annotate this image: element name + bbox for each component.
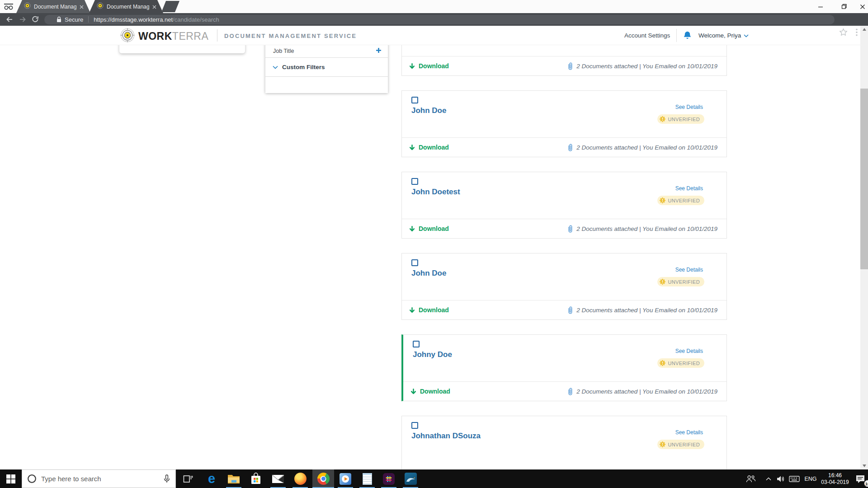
firefox-icon[interactable] — [289, 469, 311, 488]
start-button[interactable] — [5, 474, 17, 484]
notification-count-badge: 10 — [864, 480, 868, 487]
search-input[interactable] — [41, 475, 164, 483]
paperclip-icon — [569, 388, 572, 395]
lock-icon — [57, 16, 61, 23]
status-label: UNVERIFIED — [668, 361, 700, 366]
url-address-bar[interactable]: Secure https://dmsstage.workterra.net/ca… — [44, 15, 835, 24]
tray-chevron-up-icon[interactable] — [763, 469, 774, 488]
forward-icon[interactable] — [19, 16, 27, 25]
window-minimize-button[interactable] — [811, 0, 830, 13]
microphone-icon[interactable] — [164, 474, 170, 483]
window-close-button[interactable] — [853, 0, 868, 13]
touch-keyboard-icon[interactable] — [788, 469, 801, 488]
media-player-icon[interactable] — [335, 469, 356, 488]
slack-icon[interactable] — [378, 469, 400, 488]
add-filter-plus-icon[interactable] — [376, 47, 382, 55]
language-indicator[interactable]: ENG — [803, 469, 818, 488]
header-divider — [217, 29, 217, 42]
user-menu[interactable]: Welcome, Priya — [698, 32, 749, 39]
scroll-down-arrow-icon[interactable] — [863, 465, 866, 467]
store-icon[interactable] — [245, 469, 267, 488]
new-tab-button[interactable] — [161, 1, 179, 12]
unverified-seal-icon — [659, 360, 666, 366]
browser-menu-icon[interactable] — [856, 28, 858, 38]
paperclip-icon — [569, 225, 572, 232]
download-button[interactable]: Download — [409, 144, 449, 151]
taskbar-clock[interactable]: 16:46 03-04-2019 — [819, 472, 851, 485]
brand-word-light: TERRA — [172, 30, 208, 42]
chrome-icon[interactable] — [312, 469, 334, 488]
download-label: Download — [419, 225, 449, 232]
download-button[interactable]: Download — [409, 225, 449, 232]
see-details-link[interactable]: See Details — [675, 429, 703, 436]
task-view-icon[interactable] — [177, 469, 199, 488]
see-details-link[interactable]: See Details — [675, 185, 703, 192]
tab-close-icon[interactable] — [80, 3, 84, 11]
download-button[interactable]: Download — [409, 306, 449, 314]
app-header: WORKTERRA DOCUMENT MANAGEMENT SERVICE Ac… — [0, 26, 860, 45]
browser-titlebar: Document Management Document Management — [0, 0, 868, 13]
card-footer: Download 2 Documents attached | You Emai… — [402, 300, 726, 319]
unverified-seal-icon — [659, 278, 666, 285]
attachment-info: 2 Documents attached | You Emailed on 10… — [567, 225, 717, 233]
card-footer: Download 2 Documents attached | You Emai… — [402, 56, 726, 75]
see-details-link[interactable]: See Details — [675, 348, 703, 354]
edge-icon[interactable]: e — [201, 469, 222, 488]
select-checkbox[interactable] — [411, 259, 418, 266]
browser-tab-1[interactable]: Document Management — [16, 0, 90, 13]
download-button[interactable]: Download — [409, 62, 449, 70]
candidate-name-link[interactable]: Johnathan DSouza — [411, 432, 481, 441]
status-badge: UNVERIFIED — [657, 196, 704, 205]
time-label: 16:46 — [819, 472, 851, 479]
candidate-name-link[interactable]: Johny Doe — [413, 350, 452, 359]
candidate-name-link[interactable]: John Doetest — [411, 188, 460, 197]
custom-filters-label: Custom Filters — [282, 64, 325, 70]
candidate-name-link[interactable]: John Doe — [411, 106, 446, 115]
page-scrollbar[interactable] — [860, 26, 868, 469]
back-icon[interactable] — [5, 16, 13, 25]
select-checkbox[interactable] — [411, 422, 418, 429]
browser-window: Document Management Document Management — [0, 0, 868, 488]
mail-icon[interactable] — [267, 469, 289, 488]
candidate-name-link[interactable]: John Doe — [411, 269, 446, 278]
download-label: Download — [420, 388, 450, 395]
scroll-up-arrow-icon[interactable] — [863, 28, 866, 31]
scrollbar-thumb[interactable] — [860, 89, 868, 269]
see-details-link[interactable]: See Details — [675, 267, 703, 273]
welcome-label: Welcome, Priya — [698, 32, 741, 39]
bookmark-star-icon[interactable] — [839, 28, 848, 38]
action-center-icon[interactable]: 10 — [853, 469, 868, 488]
filter-row-job-title[interactable]: Job Title — [273, 46, 382, 56]
see-details-link[interactable]: See Details — [675, 104, 703, 110]
workterra-target-icon — [120, 28, 135, 44]
brand-word-bold: WORK — [138, 30, 172, 42]
tab-close-icon[interactable] — [152, 3, 156, 11]
mysql-workbench-icon[interactable] — [400, 469, 421, 488]
refresh-icon[interactable] — [32, 16, 39, 25]
paperclip-icon — [569, 307, 572, 314]
paperclip-icon — [569, 144, 572, 151]
card-footer: Download 2 Documents attached | You Emai… — [402, 137, 726, 157]
select-checkbox[interactable] — [411, 178, 418, 185]
header-divider — [676, 29, 677, 42]
filter-row-custom-filters[interactable]: Custom Filters — [265, 57, 388, 77]
people-icon[interactable] — [744, 469, 758, 488]
notification-bell-icon[interactable] — [683, 31, 692, 42]
volume-icon[interactable] — [775, 469, 787, 488]
download-label: Download — [419, 144, 449, 151]
status-badge: UNVERIFIED — [657, 358, 704, 368]
notepad-icon[interactable] — [356, 469, 378, 488]
browser-tab-2[interactable]: Document Management — [89, 0, 163, 13]
service-title: DOCUMENT MANAGEMENT SERVICE — [224, 33, 357, 39]
url-domain: https://dmsstage.workterra.net — [94, 16, 173, 23]
select-checkbox[interactable] — [411, 97, 418, 103]
taskbar-search-box[interactable] — [22, 469, 176, 488]
chevron-down-icon — [273, 63, 278, 71]
select-checkbox[interactable] — [413, 341, 420, 347]
download-button[interactable]: Download — [410, 388, 450, 395]
attachment-text: 2 Documents attached | You Emailed on 10… — [576, 225, 717, 232]
account-settings-link[interactable]: Account Settings — [624, 32, 670, 39]
file-explorer-icon[interactable] — [223, 469, 245, 488]
window-restore-button[interactable] — [834, 0, 854, 13]
cortana-icon — [27, 474, 37, 483]
